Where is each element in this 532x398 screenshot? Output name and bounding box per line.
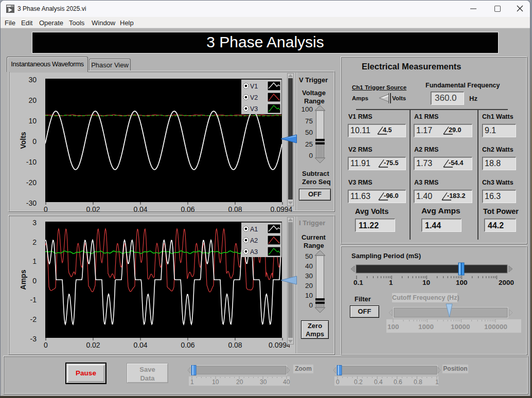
svg-text:A3: A3 [250,248,258,256]
svg-text:A1: A1 [250,226,258,233]
svg-text:V1: V1 [250,83,258,90]
svg-text:V3: V3 [250,105,258,113]
svg-text:A2: A2 [250,237,258,244]
svg-text:V2: V2 [250,94,258,101]
